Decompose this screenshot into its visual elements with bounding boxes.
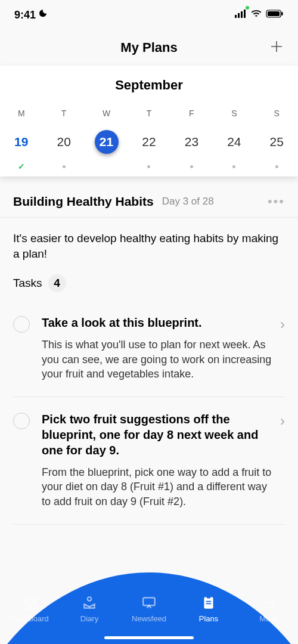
nav-diary[interactable]: Diary (63, 595, 116, 623)
svg-rect-2 (241, 11, 243, 18)
svg-rect-9 (24, 604, 29, 609)
cal-day-label: T (128, 109, 170, 118)
nav-dashboard[interactable]: Dashboard (3, 595, 57, 623)
nav-label: Diary (80, 614, 98, 623)
status-time: 9:41 (14, 9, 36, 21)
chevron-right-icon: › (280, 413, 285, 429)
cal-date[interactable]: 23 (170, 130, 213, 154)
svg-rect-6 (281, 12, 283, 16)
nav-label: Dashboard (11, 614, 49, 623)
plan-header: Building Healthy Habits Day 3 of 28 ••• (0, 194, 298, 218)
cal-date[interactable]: 21 (95, 130, 119, 154)
nav-label: More (259, 614, 277, 623)
dot-indicator (232, 165, 235, 168)
plan-subtitle: Day 3 of 28 (162, 196, 214, 208)
svg-point-19 (271, 602, 274, 604)
svg-rect-14 (207, 596, 211, 598)
nav-label: Newsfeed (132, 614, 166, 623)
svg-rect-12 (143, 597, 155, 605)
svg-rect-5 (268, 11, 280, 16)
task-title: Take a look at this blueprint. (42, 315, 274, 330)
tasks-label: Tasks (13, 277, 42, 290)
wifi-icon (250, 10, 262, 20)
calendar-month: September (0, 78, 298, 93)
task-row[interactable]: Take a look at this blueprint. This is w… (13, 306, 285, 397)
status-bar: 9:41 (0, 0, 298, 30)
plus-icon (269, 39, 284, 54)
diary-icon (82, 595, 97, 611)
tasks-list: Take a look at this blueprint. This is w… (0, 306, 298, 531)
svg-rect-10 (31, 604, 36, 609)
task-checkbox[interactable] (13, 413, 30, 429)
check-icon: ✓ (18, 162, 25, 171)
nav-label: Plans (199, 614, 219, 623)
task-body: Pick two fruit suggestions off the bluep… (30, 411, 280, 509)
svg-point-18 (267, 602, 269, 604)
add-button[interactable] (269, 38, 284, 58)
svg-point-11 (88, 597, 92, 601)
cal-date[interactable]: 19 (0, 130, 42, 154)
dot-indicator (63, 165, 66, 168)
dashboard-icon (22, 595, 38, 611)
task-title: Pick two fruit suggestions off the bluep… (42, 411, 274, 458)
svg-point-17 (262, 602, 265, 604)
cal-date[interactable]: 25 (256, 130, 298, 154)
privacy-indicator-dot (246, 6, 249, 10)
svg-rect-7 (24, 597, 29, 602)
battery-icon (266, 10, 284, 20)
tasks-heading: Tasks 4 (0, 274, 298, 306)
calendar-strip: September MTWTFSS 19202122232425 ✓ (0, 66, 298, 177)
dot-indicator (147, 165, 150, 168)
task-description: From the blueprint, pick one way to add … (42, 465, 274, 509)
do-not-disturb-icon (38, 9, 48, 21)
cal-day-label: W (85, 109, 128, 118)
nav-plans[interactable]: Plans (182, 595, 235, 623)
svg-rect-13 (204, 597, 213, 609)
bottom-nav: Dashboard Diary Newsfeed Plans More (0, 578, 298, 644)
cal-day-label: S (256, 109, 298, 118)
svg-rect-0 (235, 15, 237, 18)
cal-day-label: S (213, 109, 255, 118)
dot-indicator (275, 165, 278, 168)
cal-day-label: M (0, 109, 42, 118)
cal-date[interactable]: 22 (128, 130, 170, 154)
task-row[interactable]: Pick two fruit suggestions off the bluep… (13, 403, 285, 525)
more-icon (260, 595, 276, 611)
plans-icon (201, 595, 216, 611)
svg-rect-3 (244, 10, 246, 18)
newsfeed-icon (141, 595, 157, 611)
cal-day-label: F (170, 109, 213, 118)
nav-newsfeed[interactable]: Newsfeed (122, 595, 176, 623)
dot-indicator (190, 165, 193, 168)
svg-rect-15 (206, 601, 212, 602)
cal-date[interactable]: 20 (42, 130, 85, 154)
task-body: Take a look at this blueprint. This is w… (30, 315, 280, 381)
cal-date[interactable]: 24 (213, 130, 255, 154)
home-indicator[interactable] (104, 636, 194, 639)
page-header: My Plans (0, 30, 298, 66)
cellular-icon (235, 10, 247, 20)
chevron-right-icon: › (280, 316, 285, 333)
plan-title: Building Healthy Habits (13, 194, 154, 209)
svg-rect-16 (206, 603, 212, 605)
tasks-count-badge: 4 (48, 274, 66, 292)
nav-more[interactable]: More (241, 595, 295, 623)
task-checkbox[interactable] (13, 316, 30, 333)
page-title: My Plans (120, 40, 177, 55)
plan-description: It's easier to develop healthy eating ha… (0, 218, 298, 274)
cal-day-label: T (42, 109, 85, 118)
task-description: This is what you'll use to plan for next… (42, 338, 274, 381)
svg-rect-8 (31, 597, 36, 602)
bottom-nav-wrap: Dashboard Diary Newsfeed Plans More (0, 555, 298, 644)
svg-rect-1 (238, 13, 240, 18)
